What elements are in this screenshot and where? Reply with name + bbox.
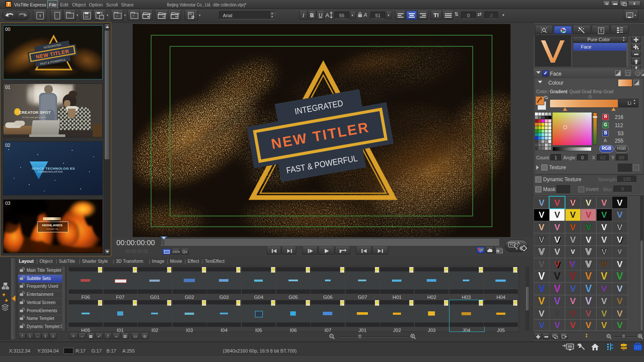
svg-text:A: A [325, 12, 329, 18]
